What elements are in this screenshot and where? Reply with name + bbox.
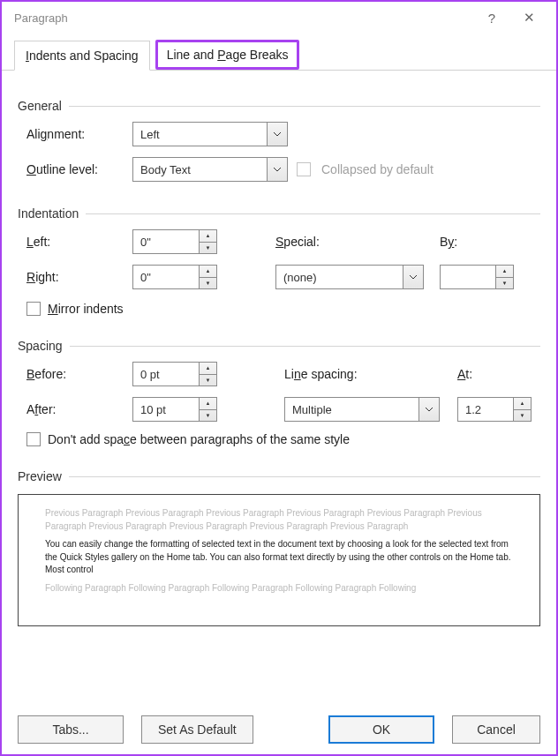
alignment-label: Alignment: — [26, 127, 124, 141]
special-value: (none) — [275, 265, 403, 289]
divider — [70, 346, 540, 347]
chevron-down-icon[interactable] — [403, 265, 424, 289]
after-spinner[interactable]: 10 pt ▲▼ — [132, 397, 217, 422]
spinner-buttons[interactable]: ▲▼ — [514, 397, 532, 422]
collapsed-checkbox — [297, 162, 311, 176]
indent-left-spinner[interactable]: 0" ▲▼ — [132, 229, 217, 254]
by-spinner[interactable]: ▲▼ — [440, 265, 514, 289]
close-icon[interactable]: ✕ — [510, 2, 547, 34]
help-icon[interactable]: ? — [473, 2, 510, 34]
spinner-buttons[interactable]: ▲▼ — [200, 362, 217, 386]
indent-left-value: 0" — [132, 229, 200, 254]
chevron-down-icon[interactable] — [267, 122, 288, 146]
section-heading-general: General — [18, 99, 62, 113]
tab-label: Line and Page Breaks — [167, 48, 289, 62]
dont-add-space-label: Don't add space between paragraphs of th… — [48, 432, 350, 446]
alignment-value: Left — [132, 122, 267, 146]
section-heading-spacing: Spacing — [18, 339, 63, 353]
ok-button-label: OK — [373, 722, 390, 737]
spinner-buttons[interactable]: ▲▼ — [496, 265, 514, 289]
outline-level-value: Body Text — [132, 157, 267, 182]
tab-indents-and-spacing[interactable]: Indents and Spacing — [14, 41, 150, 71]
before-spinner[interactable]: 0 pt ▲▼ — [132, 362, 217, 386]
by-value — [440, 265, 496, 289]
outline-level-label: Outline level: — [26, 162, 124, 176]
special-label: Special: — [275, 235, 408, 249]
tab-label: Indents and Spacing — [26, 49, 139, 63]
preview-box: Previous Paragraph Previous Paragraph Pr… — [18, 494, 540, 626]
by-label: By: — [440, 235, 540, 249]
spinner-buttons[interactable]: ▲▼ — [200, 265, 217, 289]
dont-add-space-checkbox[interactable] — [26, 432, 41, 446]
line-spacing-value: Multiple — [284, 397, 418, 422]
preview-previous-text: Previous Paragraph Previous Paragraph Pr… — [45, 507, 513, 533]
chevron-down-icon[interactable] — [418, 397, 440, 422]
before-value: 0 pt — [132, 362, 200, 386]
collapsed-label: Collapsed by default — [321, 162, 540, 176]
before-label: Before: — [26, 367, 124, 381]
at-label: At: — [457, 367, 540, 381]
chevron-down-icon[interactable] — [267, 157, 288, 182]
spinner-buttons[interactable]: ▲▼ — [200, 229, 217, 254]
indent-right-label: Right: — [26, 270, 124, 284]
cancel-button-label: Cancel — [477, 722, 516, 737]
indent-right-spinner[interactable]: 0" ▲▼ — [132, 265, 217, 289]
section-heading-indentation: Indentation — [18, 206, 79, 221]
tabs-button[interactable]: Tabs... — [18, 715, 124, 744]
after-value: 10 pt — [132, 397, 200, 422]
ok-button[interactable]: OK — [328, 715, 434, 744]
special-select[interactable]: (none) — [275, 265, 424, 289]
divider — [69, 106, 540, 107]
mirror-indents-label: Mirror indents — [48, 302, 124, 316]
mirror-indents-checkbox[interactable] — [26, 302, 41, 316]
divider — [86, 213, 540, 214]
tabs-button-label: Tabs... — [52, 722, 88, 737]
outline-level-select[interactable]: Body Text — [132, 157, 288, 182]
preview-following-text: Following Paragraph Following Paragraph … — [45, 582, 513, 595]
default-button-label: Set As Default — [158, 722, 237, 737]
tab-line-and-page-breaks[interactable]: Line and Page Breaks — [155, 40, 300, 70]
divider — [69, 476, 540, 477]
alignment-select[interactable]: Left — [132, 122, 288, 146]
dialog-title: Paragraph — [14, 11, 473, 25]
set-as-default-button[interactable]: Set As Default — [141, 715, 253, 744]
preview-main-text: You can easily change the formatting of … — [45, 538, 513, 577]
indent-right-value: 0" — [132, 265, 200, 289]
section-heading-preview: Preview — [18, 469, 62, 483]
at-value: 1.2 — [457, 397, 514, 422]
line-spacing-label: Line spacing: — [284, 367, 426, 381]
indent-left-label: Left: — [26, 235, 124, 249]
cancel-button[interactable]: Cancel — [452, 715, 540, 744]
spinner-buttons[interactable]: ▲▼ — [200, 397, 217, 422]
tabstrip: Indents and Spacing Line and Page Breaks — [2, 39, 556, 71]
at-spinner[interactable]: 1.2 ▲▼ — [457, 397, 532, 422]
after-label: After: — [26, 402, 124, 416]
line-spacing-select[interactable]: Multiple — [284, 397, 440, 422]
